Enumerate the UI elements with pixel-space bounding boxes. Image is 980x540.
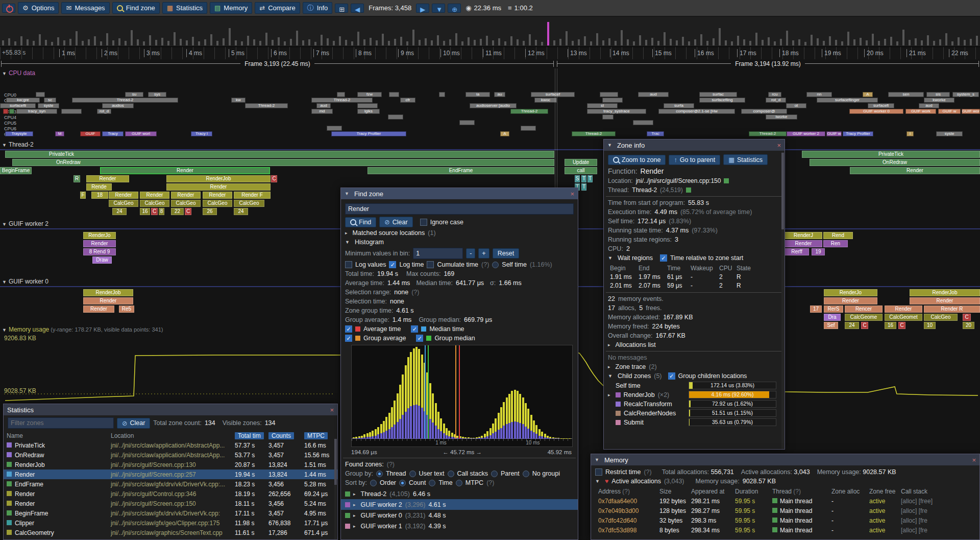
timeline-zone[interactable]: 19 (812, 248, 825, 255)
frame-bar[interactable] (878, 41, 880, 45)
frame-bar[interactable] (82, 41, 84, 45)
stat-row[interactable]: Clipperjni/../jni/src/claw/gfx/geo/Clipp… (4, 518, 337, 528)
wait-column-cpu[interactable]: CPU (719, 265, 737, 272)
zone-info-scrollbar[interactable] (781, 152, 784, 449)
timeline-zone[interactable]: Render F (234, 192, 271, 199)
find-zone-search-input[interactable] (345, 203, 574, 215)
memory-usage-header[interactable]: ▼Memory usage (y-range: 178.27 KB, visib… (2, 326, 163, 333)
stat-row[interactable]: Renderjni/../jni/src/guif/Screen.cpp:257… (4, 469, 337, 479)
cpu-segment[interactable]: kw (231, 98, 246, 103)
timeline-zone[interactable]: Render (171, 192, 201, 199)
frame-bar[interactable] (45, 40, 47, 45)
frame-bar[interactable] (468, 37, 470, 45)
child-zone-row[interactable]: Self time172.14 us (3.83%) (608, 382, 780, 389)
log-time-checkbox[interactable]: ✓ (389, 261, 396, 268)
timeline-zone[interactable]: RenderJ (785, 232, 822, 239)
timeline-zone[interactable]: 24 (845, 322, 859, 329)
reset-button[interactable]: Reset (493, 248, 520, 259)
frame-bar[interactable] (835, 40, 837, 45)
timeline-zone[interactable]: call (565, 167, 597, 174)
timeline-zone[interactable]: Update (565, 159, 597, 166)
cpu-segment[interactable] (3, 109, 8, 114)
group-by-radio-call-stacks[interactable] (448, 471, 454, 477)
cpu-segment[interactable]: cfr (400, 98, 415, 103)
timeline-zone[interactable]: R (74, 175, 80, 182)
cpu-segment[interactable]: GUIF wor (962, 109, 980, 114)
cpu-segment[interactable]: sys (148, 92, 166, 97)
timeline-zone[interactable]: Render (83, 297, 133, 304)
stat-row[interactable]: RenderJobjni/../jni/src/guif/Screen.cpp:… (4, 460, 337, 469)
stat-row[interactable]: Renderjni/../jni/src/guif/Screen.cpp:150… (4, 499, 337, 508)
frame-bar[interactable] (608, 38, 610, 45)
wait-column-wakeup[interactable]: Wakeup (691, 265, 719, 272)
frame-bar[interactable] (517, 39, 519, 45)
frame-bar[interactable] (731, 41, 733, 45)
cpu-data-header[interactable]: ▼CPU data (2, 69, 35, 77)
frame-bar[interactable] (376, 40, 378, 45)
frame-bar[interactable] (69, 39, 71, 45)
toolbar-button-messages[interactable]: ✉Messages (61, 2, 109, 14)
cpu-segment[interactable]: st (587, 103, 618, 108)
frame-bar[interactable] (884, 39, 886, 45)
frame-bar[interactable] (602, 40, 604, 45)
timeline-zone[interactable]: 24 (234, 208, 248, 215)
frame-bar[interactable] (682, 37, 684, 45)
close-icon[interactable]: × (330, 406, 334, 414)
timeline-zone[interactable]: PrivateTick (802, 151, 980, 158)
timeline-zone[interactable]: BeginFrame (0, 167, 32, 174)
timeline-zone[interactable]: Render (885, 306, 922, 313)
collapse-icon[interactable]: ▼ (2, 327, 7, 333)
timeline-zone[interactable]: 22 (171, 208, 184, 215)
expand-frames-button[interactable]: ▼ (432, 4, 445, 13)
frame-bar[interactable] (939, 39, 941, 45)
timeline-zone[interactable]: 24 (112, 208, 127, 215)
frame-bar[interactable] (713, 38, 715, 45)
wait-column-state[interactable]: State (737, 265, 785, 272)
sort-by-radio-count[interactable] (399, 480, 406, 486)
timeline-zone[interactable]: CalcGeo (171, 200, 201, 207)
child-zone-row[interactable]: ▸RenderJob(×2)4.16 ms (92.60%) (608, 391, 780, 398)
frame-bar[interactable] (400, 37, 402, 45)
decrement-button[interactable]: - (466, 248, 475, 259)
column-header-mtpc[interactable]: MTPC (304, 432, 328, 439)
frame-bar[interactable] (8, 38, 10, 45)
restrict-time-checkbox[interactable] (595, 468, 602, 476)
frame-bar[interactable] (945, 33, 947, 45)
frame-bar[interactable] (235, 40, 237, 45)
frame-bar[interactable] (921, 40, 923, 45)
frame-bar[interactable] (498, 38, 500, 45)
toolbar-button-options[interactable]: ⚙Options (18, 2, 59, 14)
help-icon[interactable]: (?) (486, 479, 494, 486)
collapse-icon[interactable]: ▼ (345, 240, 350, 245)
frame-bar[interactable] (351, 41, 353, 45)
cpu-segment[interactable] (600, 92, 618, 97)
frame-bar[interactable] (180, 39, 182, 45)
sort-by-radio-mtpc[interactable] (456, 480, 462, 486)
stat-row[interactable]: EndFramejni/../jni/src/claw/gfx/drv/vk/D… (4, 479, 337, 489)
timeline-zone[interactable]: Sef (824, 322, 838, 329)
timeline-zone[interactable]: Render (86, 175, 129, 182)
expand-icon[interactable]: ▸ (345, 230, 348, 236)
expand-icon[interactable]: ▸ (608, 364, 610, 369)
cpu-segment[interactable] (439, 92, 445, 97)
allocation-row[interactable]: 0x7dfc42d64032 bytes298.3 ms59.95 sMain … (591, 515, 979, 525)
frame-bar[interactable] (57, 37, 59, 45)
close-icon[interactable]: × (972, 456, 976, 464)
cpu-segment[interactable]: Tracy Profiler (843, 131, 873, 136)
collapse-icon[interactable]: ▼ (2, 71, 7, 76)
memory-titlebar[interactable]: ▼ Memory × (591, 454, 979, 465)
frame-overview-strip[interactable] (0, 17, 980, 47)
frame-bar[interactable] (590, 41, 592, 45)
cpu-segment[interactable]: tracy_systrace (587, 109, 646, 114)
frame-bar[interactable] (223, 38, 225, 45)
collapse-icon[interactable]: ▼ (595, 457, 599, 462)
found-zone-group[interactable]: ▸GUIF worker 1(3,192)4.39 s (341, 521, 578, 531)
help-icon[interactable]: (?) (387, 461, 395, 468)
frame-bar[interactable] (259, 41, 261, 45)
timeline-zone[interactable]: Render (83, 240, 116, 247)
frame-bar[interactable] (584, 36, 586, 45)
timeline-zone[interactable]: RenderJob (83, 289, 133, 296)
frame-bar[interactable] (33, 41, 35, 45)
frame-bar[interactable] (425, 38, 427, 45)
frame-bar[interactable] (688, 41, 690, 45)
